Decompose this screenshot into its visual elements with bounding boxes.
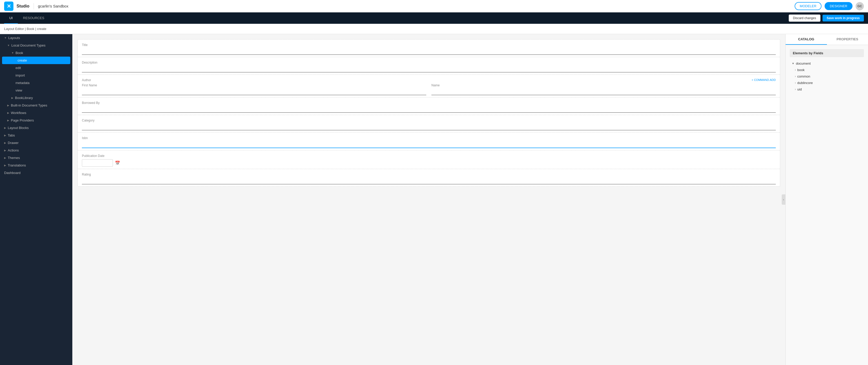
chevron-right-icon: ▶ [7, 119, 9, 122]
sub-header: UI RESOURCES Discard changes Save work i… [0, 12, 868, 24]
chevron-down-icon: ▼ [7, 44, 10, 47]
sidebar-item-local-doc-types[interactable]: ▼ Local Document Types [0, 41, 72, 49]
tree-item-dublincore[interactable]: › dublincore [790, 80, 864, 86]
tab-catalog[interactable]: CATALOG [785, 34, 827, 45]
sidebar-item-actions[interactable]: ▶ Actions [0, 147, 72, 154]
sidebar-item-dashboard[interactable]: Dashboard [0, 169, 72, 177]
field-author: Author + COMMAND.ADD First Name Name [78, 75, 780, 97]
field-rating-input[interactable] [82, 178, 776, 184]
sidebar: ▼ Layouts ▼ Local Document Types ▼ Book … [0, 34, 72, 365]
field-borrowedby-input[interactable] [82, 106, 776, 113]
sidebar-item-booklibrary[interactable]: ▶ BookLibrary [0, 94, 72, 101]
sub-tabs: UI RESOURCES [4, 12, 49, 24]
sidebar-item-metadata[interactable]: metadata [0, 79, 72, 87]
sidebar-item-layout-blocks[interactable]: ▶ Layout Blocks [0, 124, 72, 131]
chevron-right-icon: ▶ [7, 104, 9, 107]
sandbox-name: gcarlin's Sandbox [38, 4, 68, 8]
tab-properties[interactable]: PROPERTIES [827, 34, 868, 45]
sidebar-item-workflows[interactable]: ▶ Workflows [0, 109, 72, 117]
tree-item-book[interactable]: › book [790, 67, 864, 73]
save-button[interactable]: Save work in progress [823, 15, 864, 22]
field-author-label: Author [82, 78, 776, 82]
field-name-input[interactable] [431, 89, 776, 95]
sidebar-item-drawer[interactable]: ▶ Drawer [0, 139, 72, 147]
field-title: Title [78, 39, 780, 57]
tree-item-document[interactable]: ▼ document [790, 60, 864, 67]
field-category-input[interactable] [82, 124, 776, 130]
app-title: Studio [17, 4, 29, 8]
chevron-right-icon: › [795, 75, 796, 78]
field-publication-date: Publication Date 📅 [78, 150, 780, 169]
field-description-input[interactable] [82, 66, 776, 72]
field-title-label: Title [82, 43, 776, 47]
field-author-row: First Name Name [82, 84, 776, 95]
right-panel: CATALOG PROPERTIES Elements by Fields ▼ … [785, 34, 868, 365]
form-container: Title Description Author + COMMAND.ADD F… [78, 39, 780, 187]
field-pubdate-input[interactable] [82, 159, 113, 167]
sidebar-item-built-in-doc-types[interactable]: ▶ Built-in Document Types [0, 101, 72, 109]
sidebar-item-themes[interactable]: ▶ Themes [0, 154, 72, 161]
designer-button[interactable]: DESIGNER [825, 2, 852, 10]
elements-by-fields-title: Elements by Fields [790, 49, 864, 57]
calendar-icon[interactable]: 📅 [115, 160, 120, 165]
chevron-right-icon: ▶ [4, 126, 6, 129]
discard-button[interactable]: Discard changes [789, 14, 820, 22]
field-pubdate-label: Publication Date [82, 154, 776, 158]
field-isbn-label: Isbn [82, 136, 776, 140]
sidebar-item-layouts[interactable]: ▼ Layouts [0, 34, 72, 41]
avatar-button[interactable]: GC [856, 2, 864, 10]
command-add-button[interactable]: + COMMAND.ADD [751, 78, 776, 82]
field-isbn: Isbn [78, 132, 780, 150]
sidebar-item-view[interactable]: view [0, 87, 72, 94]
app-logo: ✕ [4, 2, 13, 11]
field-author-name: Name [431, 84, 776, 95]
sidebar-item-page-providers[interactable]: ▶ Page Providers [0, 117, 72, 124]
chevron-down-icon: ▼ [4, 36, 7, 39]
field-category: Category [78, 115, 780, 132]
sidebar-item-book[interactable]: ▼ Book [0, 49, 72, 57]
sidebar-item-edit[interactable]: edit [0, 64, 72, 71]
chevron-right-icon: ▶ [4, 149, 6, 152]
chevron-down-icon: ▼ [11, 52, 14, 54]
field-author-firstname: First Name [82, 84, 426, 95]
field-rating-label: Rating [82, 173, 776, 176]
tab-ui[interactable]: UI [4, 12, 18, 24]
chevron-right-icon: ▶ [4, 134, 6, 137]
field-title-input[interactable] [82, 48, 776, 55]
breadcrumb: Layout Editor | Book | create [0, 24, 868, 34]
tab-resources[interactable]: RESOURCES [18, 12, 49, 24]
sidebar-item-create[interactable]: create [2, 57, 70, 64]
date-input-wrapper: 📅 [82, 159, 776, 167]
chevron-right-icon: › [795, 68, 796, 71]
field-isbn-input[interactable] [82, 142, 776, 148]
sidebar-item-translations[interactable]: ▶ Translations [0, 161, 72, 169]
top-nav: ✕ Studio gcarlin's Sandbox MODELER DESIG… [0, 0, 868, 12]
tree-item-uid[interactable]: › uid [790, 86, 864, 93]
chevron-right-icon: › [795, 88, 796, 91]
right-panel-content: Elements by Fields ▼ document › book › c… [785, 45, 868, 97]
chevron-down-icon: ▼ [792, 62, 795, 65]
modeler-button[interactable]: MODELER [795, 2, 822, 10]
field-borrowedby-label: Borrowed By [82, 101, 776, 105]
chevron-right-icon: ▶ [11, 96, 13, 99]
sidebar-item-tabs[interactable]: ▶ Tabs [0, 131, 72, 139]
field-category-label: Category [82, 119, 776, 122]
collapse-handle[interactable]: ‹ [782, 194, 785, 205]
chevron-right-icon: ▶ [4, 156, 6, 159]
field-borrowed-by: Borrowed By [78, 97, 780, 115]
chevron-right-icon: ▶ [4, 142, 6, 144]
chevron-right-icon: ▶ [7, 112, 9, 114]
center-content: ‹ Title Description Author + COMMAND.ADD… [72, 34, 785, 365]
field-rating: Rating [78, 169, 780, 186]
sidebar-item-import[interactable]: import [0, 71, 72, 79]
chevron-right-icon: › [795, 82, 796, 84]
sub-header-actions: Discard changes Save work in progress [789, 14, 864, 22]
field-description: Description [78, 57, 780, 75]
right-panel-tabs: CATALOG PROPERTIES [785, 34, 868, 45]
chevron-right-icon: ▶ [4, 164, 6, 167]
tree-item-common[interactable]: › common [790, 73, 864, 80]
field-description-label: Description [82, 61, 776, 64]
main-layout: ▼ Layouts ▼ Local Document Types ▼ Book … [0, 34, 868, 365]
field-firstname-input[interactable] [82, 89, 426, 95]
